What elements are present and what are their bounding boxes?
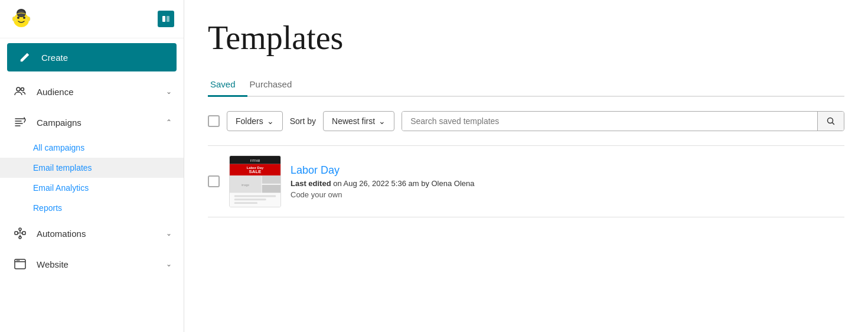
svg-rect-27 — [262, 185, 280, 193]
svg-text:image: image — [242, 184, 250, 187]
sidebar-item-automations[interactable]: Automations ⌄ — [0, 218, 184, 249]
search-icon — [826, 116, 836, 126]
svg-point-11 — [21, 88, 24, 91]
folders-chevron-icon: ⌄ — [267, 116, 274, 126]
campaigns-chevron: ⌃ — [166, 118, 172, 126]
svg-point-10 — [17, 87, 20, 91]
sidebar-item-all-campaigns[interactable]: All campaigns — [0, 138, 184, 158]
svg-text:SALE: SALE — [249, 169, 262, 174]
automations-icon — [12, 225, 28, 242]
search-input[interactable] — [402, 112, 817, 131]
sidebar: Create Audience ⌄ Campaigns ⌃ All campai… — [0, 0, 184, 332]
svg-point-7 — [27, 17, 30, 21]
audience-chevron: ⌄ — [166, 87, 172, 96]
pencil-icon — [17, 49, 33, 66]
svg-point-3 — [23, 17, 25, 19]
website-label: Website — [37, 259, 68, 269]
sidebar-item-reports[interactable]: Reports — [0, 198, 184, 218]
audience-label: Audience — [37, 87, 74, 97]
automations-chevron: ⌄ — [166, 229, 172, 237]
sidebar-item-audience[interactable]: Audience ⌄ — [0, 76, 184, 107]
template-type: Code your own — [291, 190, 474, 199]
toolbar: Folders ⌄ Sort by Newest first ⌄ — [208, 111, 844, 131]
svg-point-2 — [17, 17, 19, 19]
template-thumbnail: FITFAB Labor Day SALE image — [229, 155, 281, 207]
sidebar-item-campaigns[interactable]: Campaigns ⌃ — [0, 107, 184, 138]
last-edited-value: on Aug 26, 2022 5:36 am by Olena Olena — [333, 179, 474, 188]
reports-label: Reports — [33, 203, 62, 213]
page-title: Templates — [208, 19, 844, 57]
sidebar-item-email-templates[interactable]: Email templates — [0, 158, 184, 178]
tabs-container: Saved Purchased — [208, 73, 844, 97]
template-checkbox[interactable] — [208, 175, 220, 187]
campaigns-label: Campaigns — [37, 118, 81, 128]
tab-saved[interactable]: Saved — [208, 73, 247, 97]
all-campaigns-label: All campaigns — [33, 143, 84, 152]
mailchimp-logo — [9, 7, 33, 31]
audience-icon — [12, 83, 28, 100]
template-meta: Last edited on Aug 26, 2022 5:36 am by O… — [291, 179, 474, 188]
sidebar-item-website[interactable]: Website ⌄ — [0, 249, 184, 279]
svg-rect-31 — [234, 202, 257, 204]
sort-by-label: Sort by — [290, 116, 316, 126]
svg-rect-29 — [234, 195, 276, 197]
website-icon — [12, 256, 28, 272]
campaigns-icon — [12, 114, 28, 131]
folders-button[interactable]: Folders ⌄ — [227, 111, 283, 131]
sort-value: Newest first — [332, 116, 375, 126]
sidebar-toggle-button[interactable] — [158, 11, 174, 27]
sidebar-header — [0, 0, 184, 38]
sort-chevron-icon: ⌄ — [378, 116, 386, 126]
svg-rect-16 — [15, 259, 25, 269]
email-analytics-label: Email Analytics — [33, 183, 89, 193]
sidebar-item-email-analytics[interactable]: Email Analytics — [0, 178, 184, 198]
svg-point-6 — [12, 17, 16, 21]
svg-rect-26 — [262, 175, 280, 184]
svg-rect-30 — [234, 198, 266, 200]
search-container — [402, 111, 844, 131]
automations-label: Automations — [37, 229, 86, 239]
select-all-checkbox[interactable] — [208, 115, 220, 127]
email-templates-label: Email templates — [33, 163, 92, 172]
table-row: FITFAB Labor Day SALE image — [208, 146, 844, 217]
create-button[interactable]: Create — [7, 43, 177, 71]
svg-rect-8 — [162, 16, 165, 22]
sort-dropdown[interactable]: Newest first ⌄ — [323, 111, 394, 131]
search-button[interactable] — [817, 112, 844, 131]
template-info: Labor Day Last edited on Aug 26, 2022 5:… — [291, 164, 474, 199]
svg-text:FITFAB: FITFAB — [250, 160, 260, 162]
template-name-link[interactable]: Labor Day — [291, 164, 474, 177]
website-chevron: ⌄ — [166, 260, 172, 268]
last-edited-bold: Last edited — [291, 179, 331, 188]
folders-label: Folders — [236, 116, 263, 126]
tab-purchased[interactable]: Purchased — [247, 73, 304, 97]
template-list: FITFAB Labor Day SALE image — [208, 145, 844, 217]
create-label: Create — [41, 53, 68, 63]
svg-rect-9 — [167, 16, 169, 22]
main-content: Templates Saved Purchased Folders ⌄ Sort… — [184, 0, 868, 332]
